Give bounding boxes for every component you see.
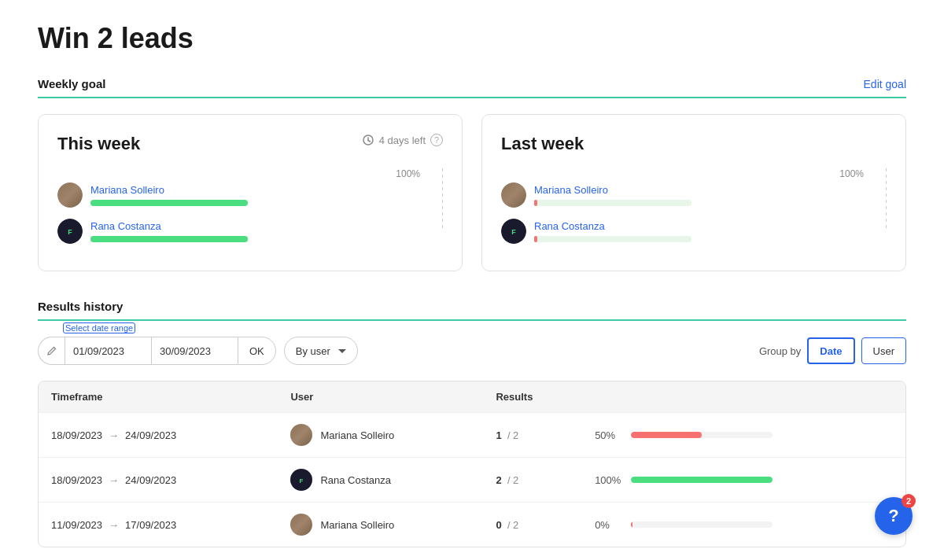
this-week-card: This week 4 days left ? xyxy=(38,114,463,271)
user-cell-3: Mariana Solleiro xyxy=(278,503,483,547)
help-button-label: ? xyxy=(888,506,898,526)
col-header-timeframe: Timeframe xyxy=(39,381,278,413)
table-row: 11/09/2023 → 17/09/2023 Mariana Solleiro xyxy=(39,503,905,547)
this-week-progress-section: 100% Mariana Solleiro xyxy=(57,168,443,255)
cards-row: This week 4 days left ? xyxy=(38,114,906,271)
bar-fill-3 xyxy=(631,521,632,528)
user-info-rana-this-week: Rana Costanza xyxy=(90,220,426,242)
results-table-wrap: Timeframe User Results 18/09/2023 → xyxy=(38,381,906,547)
group-by-date-btn[interactable]: Date xyxy=(807,337,854,364)
user-info-mariana-last-week: Mariana Solleiro xyxy=(534,184,870,206)
this-week-progress-area: 100% Mariana Solleiro xyxy=(57,168,426,255)
avatar-rana-row2: F xyxy=(290,469,312,491)
svg-text:F: F xyxy=(300,477,304,484)
bar-outer-2 xyxy=(631,477,773,483)
date-range-wrapper: Select date range OK xyxy=(38,337,276,365)
progress-fill-mariana-this-week xyxy=(90,200,248,206)
last-week-title: Last week xyxy=(501,134,584,154)
col-header-user: User xyxy=(278,381,483,413)
avatar-mariana-this-week xyxy=(57,182,83,208)
bar-outer-1 xyxy=(631,432,773,438)
avatar-rana-this-week: F xyxy=(57,219,83,244)
results-history-section: Results history Select date range OK By … xyxy=(38,300,906,547)
weekly-goal-section-header: Weekly goal Edit goal xyxy=(38,77,906,98)
user-name-rana-last-week: Rana Costanza xyxy=(534,220,870,232)
table-body: 18/09/2023 → 24/09/2023 Mariana Solleiro xyxy=(39,413,905,547)
days-left-text: 4 days left xyxy=(379,134,426,146)
this-week-dashed-line xyxy=(442,168,443,231)
timeframe-cell-3: 11/09/2023 → 17/09/2023 xyxy=(39,503,278,547)
ok-button[interactable]: OK xyxy=(238,337,276,365)
user-cell-1: Mariana Solleiro xyxy=(278,413,483,458)
help-icon[interactable]: ? xyxy=(430,134,443,146)
arrow-right-icon: → xyxy=(109,429,119,441)
this-week-user-row-1: Mariana Solleiro xyxy=(57,182,426,208)
user-info-mariana-this-week: Mariana Solleiro xyxy=(90,184,426,206)
date-start-input[interactable] xyxy=(65,337,151,365)
last-week-user-row-2: F Rana Costanza xyxy=(501,219,870,244)
weekly-goal-title: Weekly goal xyxy=(38,77,105,90)
this-week-title: This week xyxy=(57,134,140,154)
last-week-progress-area: 100% Mariana Solleiro xyxy=(501,168,870,255)
last-week-card-header: Last week xyxy=(501,134,887,168)
group-by-label: Group by xyxy=(759,345,801,357)
svg-text:F: F xyxy=(68,228,72,236)
results-history-header: Results history xyxy=(38,300,906,321)
bar-cell-1: 50% xyxy=(582,413,905,458)
last-week-progress-section: 100% Mariana Solleiro xyxy=(501,168,887,255)
date-edit-icon-btn[interactable] xyxy=(38,337,65,365)
user-info-rana-last-week: Rana Costanza xyxy=(534,220,870,242)
days-left-meta: 4 days left ? xyxy=(362,134,443,146)
bar-fill-1 xyxy=(631,432,702,438)
progress-bar-rana-this-week xyxy=(90,236,248,242)
svg-text:F: F xyxy=(511,228,516,236)
by-user-select[interactable]: By user xyxy=(284,337,358,365)
avatar-rana-last-week: F xyxy=(501,219,526,244)
last-week-card-inner: Last week 100% Mariana Solleiro xyxy=(501,134,887,255)
results-table: Timeframe User Results 18/09/2023 → xyxy=(39,381,905,547)
this-week-user-row-2: F Rana Costanza xyxy=(57,219,426,244)
clock-icon xyxy=(362,134,374,146)
this-week-percent-label: 100% xyxy=(57,168,426,179)
page-container: Win 2 leads Weekly goal Edit goal This w… xyxy=(0,0,944,560)
arrow-right-icon-3: → xyxy=(109,519,119,531)
notification-badge: 2 xyxy=(902,494,916,508)
col-header-bar xyxy=(582,381,905,413)
table-row: 18/09/2023 → 24/09/2023 Mariana Solleiro xyxy=(39,413,905,458)
filters-row: Select date range OK By user Group by Da… xyxy=(38,337,906,365)
progress-bar-mariana-this-week xyxy=(90,200,248,206)
user-name-mariana-this-week: Mariana Solleiro xyxy=(90,184,426,196)
chevron-down-icon xyxy=(338,349,346,353)
progress-fill-rana-this-week xyxy=(90,236,248,242)
svg-line-2 xyxy=(368,141,371,142)
progress-bar-mariana-last-week xyxy=(534,200,691,206)
timeframe-cell: 18/09/2023 → 24/09/2023 xyxy=(39,413,278,458)
timeframe-cell-2: 18/09/2023 → 24/09/2023 xyxy=(39,458,278,503)
this-week-card-header: This week 4 days left ? xyxy=(57,134,443,168)
progress-fill-rana-last-week xyxy=(534,236,537,242)
avatar-mariana-row1 xyxy=(290,424,312,446)
bar-cell-2: 100% xyxy=(582,458,905,503)
pencil-icon xyxy=(46,346,57,356)
edit-goal-link[interactable]: Edit goal xyxy=(864,78,906,90)
col-header-results: Results xyxy=(483,381,582,413)
last-week-dashed-line xyxy=(886,168,887,231)
user-cell-2: F Rana Costanza xyxy=(278,458,483,503)
group-by-user-btn[interactable]: User xyxy=(861,337,906,364)
date-end-input[interactable] xyxy=(151,337,238,365)
bar-fill-2 xyxy=(631,477,773,483)
results-cell-3: 0 / 2 xyxy=(483,503,582,547)
table-row: 18/09/2023 → 24/09/2023 F Rana Costanza xyxy=(39,458,905,503)
user-name-mariana-last-week: Mariana Solleiro xyxy=(534,184,870,196)
progress-fill-mariana-last-week xyxy=(534,200,537,206)
table-header-row: Timeframe User Results xyxy=(39,381,905,413)
page-title: Win 2 leads xyxy=(38,22,906,55)
help-button[interactable]: ? 2 xyxy=(875,497,913,535)
progress-bar-rana-last-week xyxy=(534,236,691,242)
group-by-row: Group by Date User xyxy=(759,337,906,364)
bar-cell-3: 0% xyxy=(582,503,905,547)
this-week-card-inner: This week 4 days left ? xyxy=(57,134,443,255)
results-cell-1: 1 / 2 xyxy=(483,413,582,458)
bar-outer-3 xyxy=(631,521,773,528)
avatar-mariana-row3 xyxy=(290,514,312,536)
